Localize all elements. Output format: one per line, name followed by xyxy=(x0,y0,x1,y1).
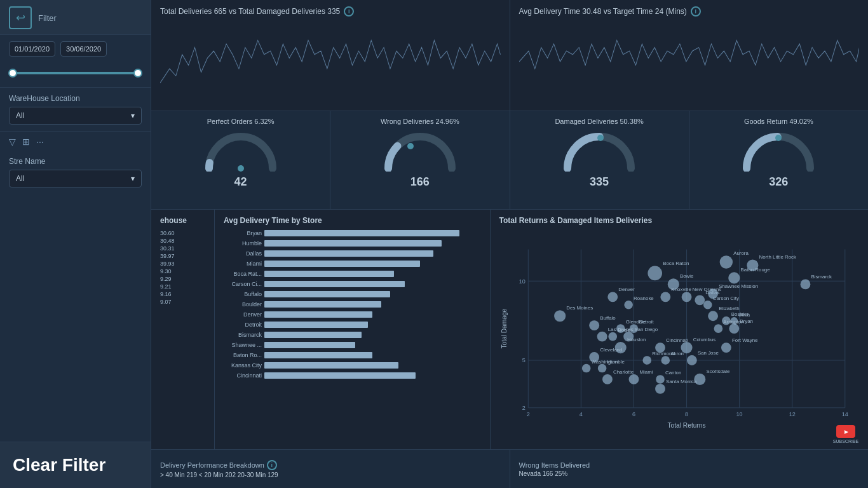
bar-label: Dallas xyxy=(224,250,262,257)
svg-point-78 xyxy=(661,356,670,365)
deliveries-sparkline-panel: Total Deliveries 665 vs Total Damaged De… xyxy=(151,0,510,111)
bar-track xyxy=(264,362,481,369)
store-select[interactable]: All ▾ xyxy=(9,170,142,187)
kpi-perfect-orders: Perfect Orders 6.32% 42 xyxy=(151,111,330,209)
bar-fill xyxy=(264,291,390,297)
bar-fill xyxy=(264,322,368,328)
bar-label: Bryan xyxy=(224,230,262,236)
wrong-items-values: Nevada 166 25% xyxy=(519,470,860,477)
svg-text:2: 2 xyxy=(522,405,525,411)
svg-text:Charlotte: Charlotte xyxy=(613,369,634,375)
warehouse-select[interactable]: All ▾ xyxy=(9,107,142,125)
bar-fill xyxy=(264,362,398,369)
bar-track xyxy=(264,240,481,247)
svg-point-44 xyxy=(648,266,662,281)
delivery-breakdown-panel: Delivery Performance Breakdown i > 40 Mi… xyxy=(151,450,510,488)
sidebar-title: Filter xyxy=(38,13,57,23)
kpi-perfect-value: 42 xyxy=(234,175,247,189)
date-range: 01/01/2020 30/06/2020 xyxy=(0,35,151,63)
table-icon[interactable]: ⊞ xyxy=(22,137,30,147)
svg-point-0 xyxy=(238,165,244,172)
svg-text:Canton: Canton xyxy=(665,370,682,376)
svg-point-32 xyxy=(589,320,599,330)
date-start[interactable]: 01/01/2020 xyxy=(9,41,55,57)
bar-row: Bryan xyxy=(224,229,481,238)
wrong-items-panel: Wrong Items Delivered Nevada 166 25% xyxy=(510,450,869,488)
bar-row: Detroit xyxy=(224,320,481,329)
bar-track xyxy=(264,342,481,348)
svg-text:Boca Raton: Boca Raton xyxy=(663,261,689,266)
scatter-area: 24681012142510Total ReturnsTotal DamageD… xyxy=(499,229,859,443)
svg-text:Miami: Miami xyxy=(639,369,653,375)
back-button[interactable]: ↩ xyxy=(9,6,32,29)
bar-track xyxy=(264,291,481,297)
deliveries-info-icon[interactable]: i xyxy=(344,6,354,17)
warehouse-block: ehouse 30.60 30.48 30.31 39.97 39.93 9.3… xyxy=(151,210,215,449)
svg-text:North Little Rock: North Little Rock xyxy=(759,254,796,260)
svg-point-30 xyxy=(624,301,633,309)
bar-fill xyxy=(264,372,416,379)
date-end[interactable]: 30/06/2020 xyxy=(60,41,107,57)
warehouse-value: All xyxy=(16,111,24,120)
kpi-goods-value: 326 xyxy=(769,175,788,189)
clear-filter-button[interactable]: Clear Filter xyxy=(0,442,151,488)
kpi-goods-return: Goods Return 49.02% 326 xyxy=(689,111,868,209)
sidebar: ↩ Filter 01/01/2020 30/06/2020 WareHouse… xyxy=(0,0,151,488)
bar-row: Buffalo xyxy=(224,290,481,299)
svg-point-40 xyxy=(608,332,617,341)
kpi-perfect-title: Perfect Orders 6.32% xyxy=(207,118,275,125)
svg-point-88 xyxy=(747,259,758,271)
store-label: Stre Name xyxy=(9,157,142,166)
bar-fill xyxy=(264,240,442,247)
bar-track xyxy=(264,311,481,318)
subscribe-button[interactable]: SUBSCRIBE xyxy=(830,421,862,447)
filter-icon[interactable]: ▽ xyxy=(9,137,16,147)
bar-label: Boca Rat... xyxy=(224,271,262,277)
svg-point-84 xyxy=(719,255,732,268)
wh-val-7: 9.21 xyxy=(160,283,205,290)
breakdown-info-icon[interactable]: i xyxy=(267,460,277,470)
kpi-goods-title: Goods Return 49.02% xyxy=(744,118,813,125)
svg-marker-106 xyxy=(844,430,848,434)
svg-point-38 xyxy=(597,332,607,342)
svg-point-2 xyxy=(597,135,604,141)
date-slider[interactable] xyxy=(0,63,151,87)
kpi-damaged-title: Damaged Deliveries 50.38% xyxy=(555,118,643,125)
more-icon[interactable]: ··· xyxy=(36,137,44,147)
bar-track xyxy=(264,261,481,267)
bar-label: Denver xyxy=(224,311,262,318)
wh-val-0: 30.60 xyxy=(160,230,205,236)
subscribe-icon xyxy=(836,425,855,438)
delivery-time-sparkline-panel: Avg Delivery Time 30.48 vs Target Time 2… xyxy=(510,0,869,111)
slider-right-thumb[interactable] xyxy=(133,69,142,78)
warehouse-block-title: ehouse xyxy=(160,216,205,225)
svg-text:Total Damage: Total Damage xyxy=(501,308,508,348)
sidebar-header: ↩ Filter xyxy=(0,0,151,35)
svg-text:2: 2 xyxy=(526,411,529,417)
bar-row: Humble xyxy=(224,239,481,248)
svg-text:San Diego: San Diego xyxy=(634,327,658,332)
delivery-time-info-icon[interactable]: i xyxy=(691,6,701,17)
bar-label: Shawnee ... xyxy=(224,342,262,348)
svg-text:8: 8 xyxy=(685,411,688,417)
breakdown-title: Delivery Performance Breakdown i xyxy=(160,460,501,470)
bar-row: Baton Ro... xyxy=(224,351,481,360)
svg-point-100 xyxy=(656,375,665,384)
top-charts-row: Total Deliveries 665 vs Total Damaged De… xyxy=(151,0,868,111)
filter-toolbar: ▽ ⊞ ··· xyxy=(0,131,151,152)
svg-text:Fort Wayne: Fort Wayne xyxy=(731,337,757,343)
svg-text:Bowie: Bowie xyxy=(680,273,694,279)
svg-text:4: 4 xyxy=(579,411,582,417)
bar-fill xyxy=(264,352,372,358)
svg-point-3 xyxy=(775,135,782,141)
svg-point-104 xyxy=(655,384,665,394)
slider-left-thumb[interactable] xyxy=(8,69,17,78)
svg-point-86 xyxy=(728,272,740,283)
bar-track xyxy=(264,230,481,236)
breakdown-values: > 40 Min 219 < 20 Min 202 20-30 Min 129 xyxy=(160,471,501,478)
wh-val-6: 9.29 xyxy=(160,276,205,282)
svg-text:Total Returns: Total Returns xyxy=(667,423,705,430)
svg-text:Knoxville: Knoxville xyxy=(671,287,691,292)
svg-text:Utica: Utica xyxy=(738,312,750,318)
svg-text:Buffalo: Buffalo xyxy=(600,315,616,321)
